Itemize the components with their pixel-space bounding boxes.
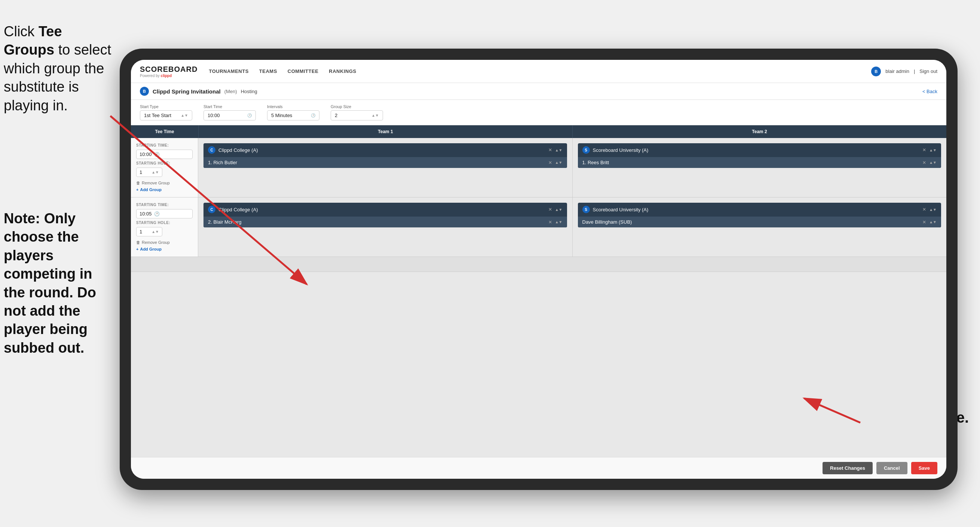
- team-header-1-1: C Clippd College (A) ✕ ▲▼: [204, 143, 567, 157]
- team-badge-1-1: C: [208, 146, 215, 154]
- start-type-input[interactable]: 1st Tee Start ▲▼: [140, 110, 192, 121]
- team-chevron-2-1[interactable]: ▲▼: [555, 208, 563, 212]
- team-badge-2-2: S: [582, 206, 590, 213]
- team-close-1-2[interactable]: ✕: [923, 147, 926, 153]
- start-type-label: Start Type: [140, 104, 192, 109]
- team-controls-2-2: ✕ ▲▼: [923, 207, 937, 212]
- nav-rankings[interactable]: RANKINGS: [329, 67, 356, 76]
- settings-bar: Start Type 1st Tee Start ▲▼ Start Time 1…: [131, 100, 947, 125]
- team-name-2-1: Clippd College (A): [218, 207, 546, 212]
- starting-hole-label-2: STARTING HOLE:: [136, 221, 192, 225]
- separator: |: [914, 68, 915, 74]
- table-header: Tee Time Team 1 Team 2: [131, 125, 947, 138]
- group-size-input[interactable]: 2 ▲▼: [331, 110, 383, 121]
- intervals-value: 5 Minutes: [271, 113, 292, 118]
- team-name-1-1: Clippd College (A): [218, 147, 546, 153]
- th-team1: Team 1: [198, 125, 572, 138]
- start-type-group: Start Type 1st Tee Start ▲▼: [140, 104, 192, 121]
- plus-icon-1: +: [136, 187, 138, 192]
- breadcrumb-badge: B: [140, 87, 149, 96]
- team-chevron-1-1[interactable]: ▲▼: [555, 148, 563, 152]
- player-name-1-2-1: 1. Rees Britt: [582, 160, 920, 165]
- player-close-2-1-1[interactable]: ✕: [548, 220, 552, 225]
- team-name-2-2: Scoreboard University (A): [593, 207, 920, 212]
- group-size-value: 2: [335, 113, 337, 118]
- breadcrumb-gender: (Men): [224, 89, 237, 94]
- remove-group-btn-1[interactable]: 🗑 Remove Group: [136, 181, 192, 185]
- team-entry-2-1: C Clippd College (A) ✕ ▲▼ 2. Blair McHar…: [204, 203, 567, 228]
- player-close-2-2-1[interactable]: ✕: [923, 220, 926, 225]
- add-group-btn-2[interactable]: + Add Group: [136, 247, 192, 252]
- sign-out-link[interactable]: Sign out: [920, 68, 937, 74]
- tablet-screen: SCOREBOARD Powered by clippd TOURNAMENTS…: [131, 60, 947, 479]
- breadcrumb-hosting: Hosting: [241, 89, 257, 94]
- logo-scoreboard: SCOREBOARD: [140, 65, 197, 74]
- player-controls-2-2-1: ✕ ▲▼: [923, 220, 937, 225]
- team-cell-1-1: C Clippd College (A) ✕ ▲▼ 1. Rich Butler: [198, 138, 573, 197]
- hole-input-1[interactable]: 1 ▲▼: [136, 167, 162, 177]
- player-controls-2-1-1: ✕ ▲▼: [548, 220, 563, 225]
- bottom-bar: Reset Changes Cancel Save: [131, 457, 947, 479]
- team-chevron-1-2[interactable]: ▲▼: [929, 148, 937, 152]
- team-controls-1-2: ✕ ▲▼: [923, 147, 937, 153]
- player-chevron-1-1-1[interactable]: ▲▼: [555, 161, 563, 165]
- tee-left-1: STARTING TIME: 10:00 🕐 STARTING HOLE: 1 …: [131, 138, 198, 197]
- team-close-2-1[interactable]: ✕: [548, 207, 552, 212]
- start-time-group: Start Time 10:00 🕐: [204, 104, 256, 121]
- tee-left-2: STARTING TIME: 10:05 🕐 STARTING HOLE: 1 …: [131, 197, 198, 256]
- th-team2: Team 2: [572, 125, 947, 138]
- instruction-note: Note: Only choose the players competing …: [0, 209, 116, 357]
- player-chevron-2-2-1[interactable]: ▲▼: [929, 220, 937, 224]
- cancel-button[interactable]: Cancel: [877, 462, 907, 474]
- tee-teams-1: C Clippd College (A) ✕ ▲▼ 1. Rich Butler: [198, 138, 947, 197]
- back-link[interactable]: < Back: [923, 89, 937, 94]
- player-close-1-2-1[interactable]: ✕: [923, 160, 926, 165]
- team-close-2-2[interactable]: ✕: [923, 207, 926, 212]
- plus-icon-2: +: [136, 247, 138, 252]
- breadcrumb-event: Clippd Spring Invitational: [153, 88, 221, 95]
- starting-time-label-1: STARTING TIME:: [136, 143, 192, 147]
- nav-tournaments[interactable]: TOURNAMENTS: [209, 67, 248, 76]
- add-group-btn-1[interactable]: + Add Group: [136, 187, 192, 192]
- team-controls-2-1: ✕ ▲▼: [548, 207, 563, 212]
- tee-group-1: STARTING TIME: 10:00 🕐 STARTING HOLE: 1 …: [131, 138, 947, 197]
- player-chevron-2-1-1[interactable]: ▲▼: [555, 220, 563, 224]
- starting-hole-label-1: STARTING HOLE:: [136, 161, 192, 165]
- logo-area: SCOREBOARD Powered by clippd: [140, 65, 197, 78]
- group-size-group: Group Size 2 ▲▼: [331, 104, 383, 121]
- start-type-value: 1st Tee Start: [144, 113, 171, 118]
- remove-group-btn-2[interactable]: 🗑 Remove Group: [136, 240, 192, 245]
- player-chevron-1-2-1[interactable]: ▲▼: [929, 161, 937, 165]
- team-chevron-2-2[interactable]: ▲▼: [929, 208, 937, 212]
- th-tee-time: Tee Time: [131, 125, 198, 138]
- tee-teams-2: C Clippd College (A) ✕ ▲▼ 2. Blair McHar…: [198, 197, 947, 256]
- nav-right: B blair admin | Sign out: [871, 67, 937, 76]
- hole-input-2[interactable]: 1 ▲▼: [136, 227, 162, 236]
- player-row-2-2-1: Dave Billingham (SUB) ✕ ▲▼: [578, 216, 942, 228]
- nav-committee[interactable]: COMMITTEE: [288, 67, 319, 76]
- player-close-1-1-1[interactable]: ✕: [548, 160, 552, 165]
- player-controls-1-2-1: ✕ ▲▼: [923, 160, 937, 165]
- reset-changes-button[interactable]: Reset Changes: [822, 462, 873, 474]
- partial-row: [131, 257, 947, 272]
- intervals-input[interactable]: 5 Minutes 🕐: [267, 110, 320, 121]
- user-name: blair admin: [885, 68, 909, 74]
- team-entry-1-1: C Clippd College (A) ✕ ▲▼ 1. Rich Butler: [204, 143, 567, 168]
- start-time-input[interactable]: 10:00 🕐: [204, 110, 256, 121]
- nav-teams[interactable]: TEAMS: [259, 67, 277, 76]
- tee-time-input-1[interactable]: 10:00 🕐: [136, 150, 192, 159]
- team-cell-2-2: S Scoreboard University (A) ✕ ▲▼ Dave Bi…: [573, 197, 947, 256]
- team-close-1-1[interactable]: ✕: [548, 147, 552, 153]
- trash-icon-1: 🗑: [136, 181, 140, 185]
- tee-time-input-2[interactable]: 10:05 🕐: [136, 209, 192, 218]
- player-row-1-2-1: 1. Rees Britt ✕ ▲▼: [578, 157, 942, 168]
- group-size-label: Group Size: [331, 104, 383, 109]
- top-nav: SCOREBOARD Powered by clippd TOURNAMENTS…: [131, 60, 947, 83]
- intervals-group: Intervals 5 Minutes 🕐: [267, 104, 320, 121]
- team-entry-1-2: S Scoreboard University (A) ✕ ▲▼ 1. Rees…: [578, 143, 942, 168]
- starting-time-label-2: STARTING TIME:: [136, 203, 192, 207]
- hole-chevron-1: ▲▼: [151, 170, 159, 174]
- player-name-2-2-1: Dave Billingham (SUB): [582, 219, 920, 225]
- save-button[interactable]: Save: [911, 462, 937, 474]
- team-header-2-2: S Scoreboard University (A) ✕ ▲▼: [578, 203, 942, 216]
